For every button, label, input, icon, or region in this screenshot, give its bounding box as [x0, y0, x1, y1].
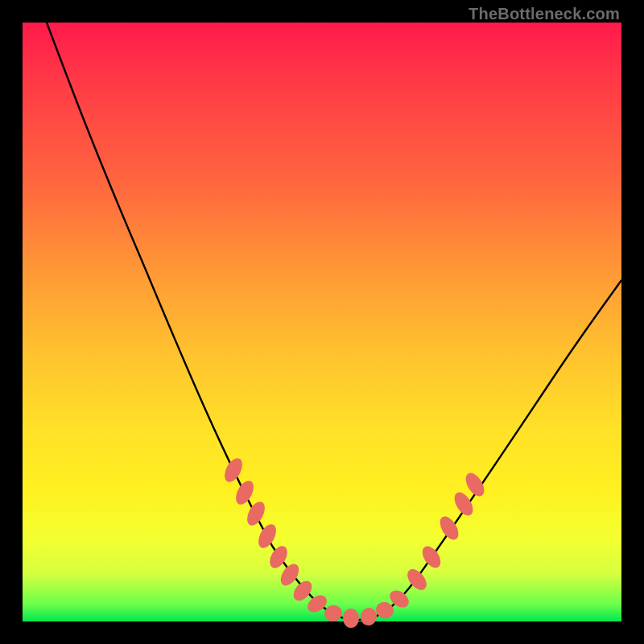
curve-marker	[244, 499, 269, 529]
curve-marker	[323, 603, 344, 623]
chart-frame: TheBottleneck.com	[0, 0, 644, 644]
curve-marker	[233, 478, 258, 508]
marker-group	[221, 456, 489, 628]
curve-marker	[221, 456, 246, 485]
curve-marker	[451, 489, 477, 519]
curve-marker	[343, 609, 359, 628]
curve-marker	[255, 522, 280, 551]
chart-svg	[23, 23, 621, 621]
curve-marker	[419, 543, 444, 572]
attribution-watermark: TheBottleneck.com	[469, 5, 620, 23]
bottleneck-curve-path	[47, 23, 621, 620]
curve-marker	[374, 600, 396, 621]
plot-area	[23, 23, 621, 621]
curve-marker	[359, 606, 378, 626]
